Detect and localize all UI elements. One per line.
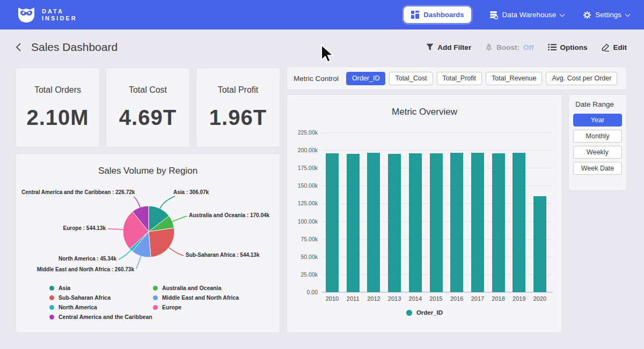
bar-chart-legend: Order_ID xyxy=(287,309,562,316)
x-axis-tick: 2013 xyxy=(384,295,405,302)
gridline xyxy=(322,132,553,133)
kpi-value: 4.69T xyxy=(119,106,177,130)
legend-label: Sub-Saharan Africa xyxy=(58,294,111,301)
bar-2010 xyxy=(326,153,339,292)
date-range-title: Date Range xyxy=(575,100,622,108)
pie-leader-line xyxy=(172,216,187,221)
pie-legend-item-middle-east-and-north-africa: Middle East and North Africa xyxy=(153,294,239,301)
metric-control-bar: Metric Control Order_IDTotal_CostTotal_P… xyxy=(287,67,626,90)
kpi-card-total-profit: Total Profit 1.96T xyxy=(196,68,280,147)
chevron-down-icon xyxy=(560,11,565,16)
pie-label-north-america: North America : 45.34k xyxy=(30,256,116,262)
date-range-year[interactable]: Year xyxy=(573,114,622,127)
legend-dot xyxy=(49,305,54,310)
nav-dashboards-label: Dashboards xyxy=(423,11,464,19)
pie-label-middle-east-and-north-africa: Middle East and North Africa : 260.73k xyxy=(27,266,134,272)
bar-2013 xyxy=(388,154,401,292)
y-axis-tick: 25.00k xyxy=(289,271,318,278)
metric-control-options: Order_IDTotal_CostTotal_ProfitTotal_Reve… xyxy=(346,72,617,85)
pie-legend-item-europe: Europe xyxy=(153,304,239,310)
back-button[interactable] xyxy=(15,42,23,52)
pie-slice-sub-saharan-africa xyxy=(149,228,174,257)
legend-label: Middle East and North Africa xyxy=(162,294,239,301)
metric-option-total-cost[interactable]: Total_Cost xyxy=(389,72,433,85)
pie-label-asia: Asia : 306.07k xyxy=(173,189,265,195)
nav-settings-button[interactable]: Settings xyxy=(583,11,630,19)
x-axis-tick: 2016 xyxy=(446,295,467,302)
bar-2018 xyxy=(492,153,505,292)
y-axis-tick: 50.00k xyxy=(289,254,318,260)
x-axis-tick: 2010 xyxy=(321,295,343,302)
metric-option-avg-cost-per-order[interactable]: Avg. Cost per Order xyxy=(546,72,617,85)
pie-leader-line xyxy=(160,196,175,209)
date-range-panel: Date Range YearMonthlyWeeklyWeek Date xyxy=(569,95,626,190)
page-header: Sales Dashboard Add Filter Boost: Off Op xyxy=(0,29,644,65)
brand-line1: DATA xyxy=(42,8,77,15)
chevron-down-icon xyxy=(625,11,630,16)
page-title: Sales Dashboard xyxy=(31,41,118,54)
legend-dot xyxy=(49,286,54,291)
date-range-week-date[interactable]: Week Date xyxy=(573,162,622,175)
y-axis-tick: 75.00k xyxy=(289,236,318,242)
metric-option-total-revenue[interactable]: Total_Revenue xyxy=(486,72,542,85)
kpi-value: 2.10M xyxy=(26,106,89,130)
kpi-label: Total Profit xyxy=(218,85,259,95)
pie-leader-line xyxy=(108,229,123,229)
bar-2015 xyxy=(430,153,443,292)
pie-legend-column-2: Australia and OceaniaMiddle East and Nor… xyxy=(153,285,239,310)
legend-label: Australia and Oceania xyxy=(162,285,221,291)
x-axis-tick: 2015 xyxy=(426,295,447,302)
legend-dot xyxy=(153,295,158,300)
brand: DATA INSIDER xyxy=(16,6,77,24)
bar-2011 xyxy=(347,154,360,292)
gear-icon xyxy=(583,11,591,19)
metric-option-order-id[interactable]: Order_ID xyxy=(346,72,385,85)
metric-overview-chart-card: Metric Overview 0.0025.00k50.00k75.00k10… xyxy=(287,95,562,332)
options-button[interactable]: Options xyxy=(548,43,588,51)
x-axis-tick: 2020 xyxy=(529,295,551,302)
edit-button[interactable]: Edit xyxy=(602,43,627,51)
pie-leader-line xyxy=(119,250,131,259)
owl-logo-icon xyxy=(16,6,36,24)
bar-2017 xyxy=(471,153,484,292)
bar-2020 xyxy=(533,196,546,292)
pie-label-sub-saharan-africa: Sub-Saharan Africa : 544.13k xyxy=(186,252,278,258)
legend-label: Europe xyxy=(162,304,181,310)
edit-label: Edit xyxy=(613,43,627,51)
options-list-icon xyxy=(548,43,557,51)
bar-plot: 0.0025.00k50.00k75.00k100.00k125.00k150.… xyxy=(322,132,553,292)
boost-label: Boost: xyxy=(496,43,519,51)
add-filter-button[interactable]: Add Filter xyxy=(426,43,471,51)
legend-dot xyxy=(49,315,54,320)
database-icon xyxy=(489,11,498,19)
y-axis-tick: 150.00k xyxy=(289,182,318,189)
legend-label: Central America and the Caribbean xyxy=(58,314,152,320)
pie-legend-item-australia-and-oceania: Australia and Oceania xyxy=(153,285,239,291)
kpi-card-total-orders: Total Orders 2.10M xyxy=(16,68,99,147)
bar-2014 xyxy=(409,153,422,292)
legend-dot xyxy=(153,305,158,310)
bar-2019 xyxy=(513,153,525,292)
kpi-label: Total Cost xyxy=(129,85,167,95)
pie-label-europe: Europe : 544.13k xyxy=(30,225,106,231)
pie-label-australia-and-oceania: Australia and Oceania : 170.04k xyxy=(189,212,279,218)
bar-2016 xyxy=(450,153,463,292)
x-axis-tick: 2012 xyxy=(363,295,384,302)
nav-settings-label: Settings xyxy=(595,11,621,19)
y-axis-tick: 175.00k xyxy=(289,165,318,171)
legend-dot xyxy=(49,295,54,300)
pie-legend-item-asia: Asia xyxy=(49,285,152,291)
date-range-weekly[interactable]: Weekly xyxy=(573,146,622,159)
boost-toggle[interactable]: Boost: Off xyxy=(485,43,533,51)
nav-dashboards-button[interactable]: Dashboards xyxy=(404,6,471,23)
bar-chart-title: Metric Overview xyxy=(287,107,562,117)
date-range-monthly[interactable]: Monthly xyxy=(573,130,622,143)
chevron-left-icon xyxy=(15,42,23,52)
metric-option-total-profit[interactable]: Total_Profit xyxy=(437,72,482,85)
kpi-value: 1.96T xyxy=(209,106,267,130)
dashboard-grid-icon xyxy=(411,11,419,19)
y-axis-tick: 100.00k xyxy=(289,218,318,225)
nav-data-warehouse-button[interactable]: Data Warehouse xyxy=(489,11,565,19)
add-filter-label: Add Filter xyxy=(437,43,471,51)
legend-label: North America xyxy=(58,304,97,310)
